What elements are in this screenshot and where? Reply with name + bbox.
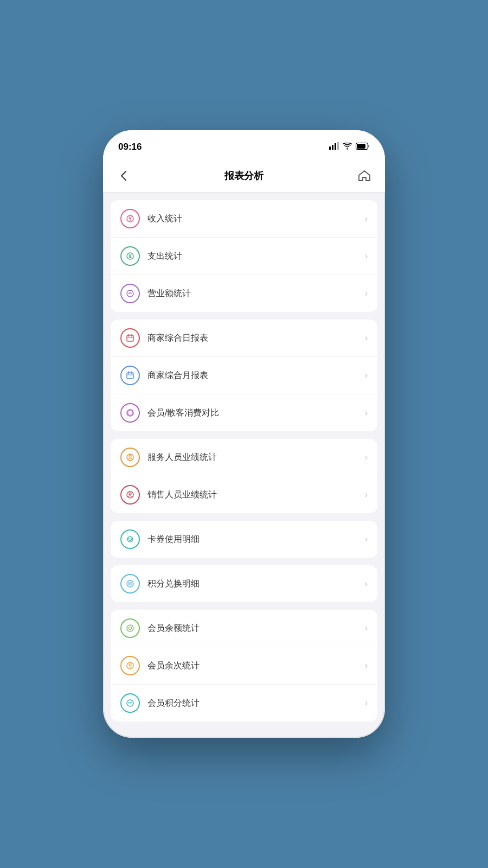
member-points-icon xyxy=(120,693,140,713)
card-group-4: 卡券使用明细 › xyxy=(111,521,377,558)
svg-point-25 xyxy=(129,493,131,495)
phone-frame: 09:16 xyxy=(103,130,385,738)
income-arrow: › xyxy=(365,214,368,224)
card-group-5: 积分兑换明细 › xyxy=(111,565,377,602)
svg-point-26 xyxy=(127,537,133,542)
revenue-label: 营业额统计 xyxy=(147,288,365,299)
svg-rect-6 xyxy=(357,144,365,149)
monthly-report-label: 商家综合月报表 xyxy=(147,370,365,381)
nav-bar: 报表分析 xyxy=(103,159,385,193)
points-exchange-icon xyxy=(120,574,140,593)
back-button[interactable] xyxy=(114,166,133,186)
revenue-icon xyxy=(120,284,140,303)
svg-rect-12 xyxy=(127,335,133,341)
sales-staff-label: 销售人员业绩统计 xyxy=(147,489,365,501)
svg-rect-0 xyxy=(329,146,331,150)
income-icon: ¥ xyxy=(120,209,140,228)
member-balance-label: 会员余额统计 xyxy=(147,623,365,634)
expense-label: 支出统计 xyxy=(147,251,365,262)
card-group-1: ¥ 收入统计 › ¥ 支出统计 › 营业额统计 › xyxy=(111,200,377,312)
card-detail-arrow: › xyxy=(365,534,368,544)
sales-staff-icon xyxy=(120,485,140,505)
member-balance-arrow: › xyxy=(365,623,368,633)
daily-report-label: 商家综合日报表 xyxy=(147,333,365,344)
income-label: 收入统计 xyxy=(147,213,365,225)
svg-point-32 xyxy=(127,625,133,631)
svg-point-33 xyxy=(129,627,132,630)
points-exchange-arrow: › xyxy=(365,579,368,589)
member-compare-label: 会员/散客消费对比 xyxy=(147,407,365,419)
service-staff-arrow: › xyxy=(365,452,368,462)
svg-point-35 xyxy=(129,664,131,666)
status-time: 09:16 xyxy=(118,142,142,152)
member-balance-icon xyxy=(120,618,140,638)
list-item-service-staff[interactable]: 服务人员业绩统计 › xyxy=(111,439,377,476)
home-button[interactable] xyxy=(355,166,374,186)
list-item-monthly-report[interactable]: 商家综合月报表 › xyxy=(111,357,377,394)
svg-point-37 xyxy=(127,700,133,706)
list-item-expense[interactable]: ¥ 支出统计 › xyxy=(111,238,377,275)
service-staff-icon xyxy=(120,448,140,467)
card-detail-label: 卡券使用明细 xyxy=(147,534,365,545)
svg-point-4 xyxy=(346,148,348,149)
card-group-2: 商家综合日报表 › 商家综合月报表 › 会员/散客消费对比 › xyxy=(111,320,377,431)
member-points-label: 会员积分统计 xyxy=(147,698,365,709)
list-item-points-exchange[interactable]: 积分兑换明细 › xyxy=(111,565,377,602)
svg-rect-1 xyxy=(332,145,333,150)
signal-icon xyxy=(329,142,339,152)
expense-arrow: › xyxy=(365,251,368,261)
list-item-member-compare[interactable]: 会员/散客消费对比 › xyxy=(111,394,377,431)
list-item-sales-staff[interactable]: 销售人员业绩统计 › xyxy=(111,476,377,513)
list-item-member-points[interactable]: 会员积分统计 › xyxy=(111,685,377,722)
battery-icon xyxy=(356,142,370,152)
page-title: 报表分析 xyxy=(224,169,264,182)
svg-point-27 xyxy=(129,538,132,541)
content-area: ¥ 收入统计 › ¥ 支出统计 › 营业额统计 › xyxy=(103,193,385,738)
list-item-income[interactable]: ¥ 收入统计 › xyxy=(111,200,377,238)
card-group-3: 服务人员业绩统计 › 销售人员业绩统计 › xyxy=(111,439,377,513)
svg-rect-16 xyxy=(127,373,133,379)
list-item-member-balance[interactable]: 会员余额统计 › xyxy=(111,610,377,647)
svg-point-23 xyxy=(129,455,131,457)
card-group-6: 会员余额统计 › 会员余次统计 › 会员积分统计 › xyxy=(111,610,377,722)
status-icons xyxy=(329,142,370,152)
sales-staff-arrow: › xyxy=(365,490,368,500)
member-points-arrow: › xyxy=(365,698,368,708)
revenue-arrow: › xyxy=(365,289,368,298)
member-count-label: 会员余次统计 xyxy=(147,660,365,672)
expense-icon: ¥ xyxy=(120,246,140,266)
svg-rect-21 xyxy=(128,411,132,415)
list-item-daily-report[interactable]: 商家综合日报表 › xyxy=(111,320,377,357)
daily-report-arrow: › xyxy=(365,333,368,343)
svg-point-11 xyxy=(127,290,133,297)
wifi-icon xyxy=(343,142,352,152)
svg-text:¥: ¥ xyxy=(129,216,132,222)
service-staff-label: 服务人员业绩统计 xyxy=(147,452,365,463)
card-detail-icon xyxy=(120,529,140,549)
daily-report-icon xyxy=(120,328,140,348)
svg-rect-3 xyxy=(337,142,339,150)
list-item-member-count[interactable]: 会员余次统计 › xyxy=(111,647,377,685)
list-item-card-detail[interactable]: 卡券使用明细 › xyxy=(111,521,377,558)
member-count-icon xyxy=(120,656,140,675)
points-exchange-label: 积分兑换明细 xyxy=(147,578,365,590)
member-compare-icon xyxy=(120,403,140,423)
member-compare-arrow: › xyxy=(365,408,368,418)
svg-text:¥: ¥ xyxy=(129,253,132,259)
monthly-report-icon xyxy=(120,366,140,385)
status-bar: 09:16 xyxy=(103,130,385,159)
list-item-revenue[interactable]: 营业额统计 › xyxy=(111,275,377,312)
monthly-report-arrow: › xyxy=(365,371,368,380)
member-count-arrow: › xyxy=(365,661,368,671)
svg-rect-2 xyxy=(335,143,336,150)
